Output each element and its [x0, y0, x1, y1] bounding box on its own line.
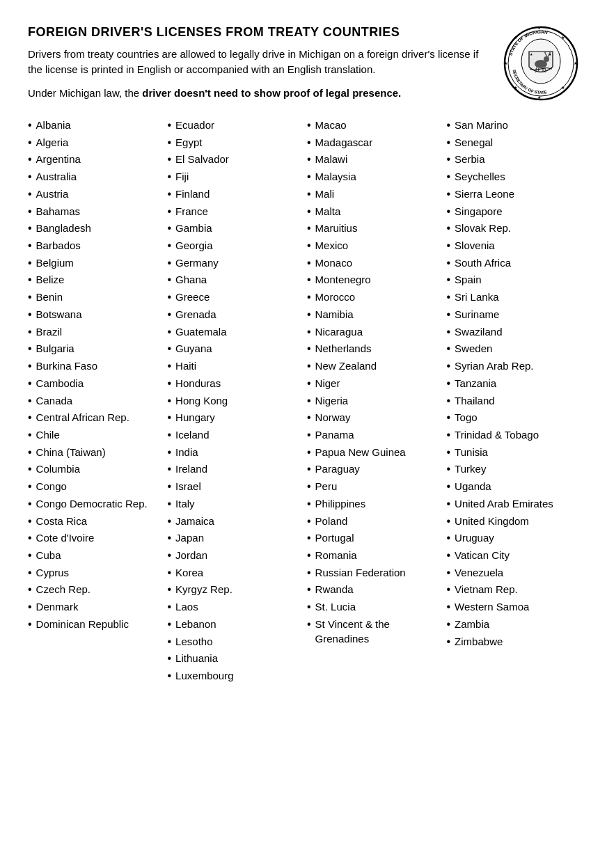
- bullet-icon: •: [307, 393, 311, 409]
- list-item: •Nicaragua: [307, 324, 440, 341]
- country-name: Rwanda: [315, 582, 354, 597]
- header-section: FOREIGN DRIVER'S LICENSES FROM TREATY CO…: [28, 25, 579, 102]
- list-item: •Germany: [168, 255, 301, 272]
- list-item: •Namibia: [307, 306, 440, 324]
- list-item: •Zimbabwe: [447, 633, 580, 651]
- list-item: •Belgium: [28, 255, 161, 272]
- list-item: •Uruguay: [447, 530, 580, 547]
- list-item: •South Africa: [447, 255, 580, 272]
- country-name: Cote d'Ivoire: [36, 530, 95, 545]
- country-name: South Africa: [455, 255, 511, 270]
- list-item: •Vatican City: [447, 547, 580, 565]
- country-name: Egypt: [175, 135, 202, 150]
- country-name: Cyprus: [36, 565, 70, 580]
- country-name: Cuba: [36, 548, 61, 562]
- list-item: •Czech Rep.: [28, 581, 161, 599]
- list-item: •Panama: [307, 427, 440, 444]
- bullet-icon: •: [28, 204, 32, 220]
- list-item: •Nigeria: [307, 393, 440, 410]
- country-name: Fiji: [175, 169, 189, 184]
- list-item: •Sri Lanka: [447, 289, 580, 306]
- svg-line-22: [538, 68, 539, 72]
- country-name: Russian Federation: [315, 565, 406, 580]
- bullet-icon: •: [168, 187, 172, 203]
- country-name: Belize: [36, 272, 65, 287]
- bullet-icon: •: [307, 358, 311, 374]
- list-item: •Lithuania: [168, 650, 301, 668]
- country-name: Slovak Rep.: [455, 221, 511, 235]
- bullet-icon: •: [28, 496, 32, 512]
- country-name: Norway: [315, 410, 351, 425]
- country-name: Lithuania: [175, 651, 218, 665]
- list-item: •Honduras: [168, 375, 301, 393]
- bullet-icon: •: [447, 169, 451, 185]
- list-item: •Belize: [28, 271, 161, 289]
- list-item: •Malawi: [307, 151, 440, 168]
- bullet-icon: •: [168, 651, 172, 667]
- country-name: Sri Lanka: [455, 290, 498, 304]
- bullet-icon: •: [447, 187, 451, 203]
- country-name: Mali: [315, 187, 335, 201]
- country-column-col1: •Albania•Algeria•Argentina•Australia•Aus…: [28, 117, 161, 633]
- list-item: •Madagascar: [307, 134, 440, 152]
- list-item: •Sierra Leone: [447, 186, 580, 203]
- list-item: •St Vincent & the Grenadines: [307, 616, 440, 647]
- list-item: •Columbia: [28, 461, 161, 478]
- country-name: Belgium: [36, 255, 74, 270]
- bullet-icon: •: [28, 187, 32, 203]
- country-name: Jamaica: [175, 514, 214, 528]
- country-name: Jordan: [175, 548, 207, 562]
- list-item: •New Zealand: [307, 358, 440, 375]
- bullet-icon: •: [28, 479, 32, 495]
- list-item: •Israel: [168, 478, 301, 496]
- list-item: •Iceland: [168, 427, 301, 444]
- list-item: •Georgia: [168, 237, 301, 255]
- country-name: Kyrgyz Rep.: [175, 582, 232, 597]
- bullet-icon: •: [28, 341, 32, 357]
- country-name: Japan: [175, 530, 204, 545]
- list-item: •India: [168, 444, 301, 461]
- country-name: India: [175, 445, 198, 459]
- bullet-icon: •: [447, 307, 451, 323]
- svg-text:★: ★: [537, 95, 541, 100]
- country-name: Canada: [36, 393, 73, 408]
- country-name: Cambodia: [36, 376, 84, 390]
- country-name: Grenada: [175, 307, 216, 322]
- list-item: •Cote d'Ivoire: [28, 530, 161, 547]
- country-name: Germany: [175, 255, 219, 270]
- country-name: Hong Kong: [175, 393, 228, 408]
- country-name: Hungary: [175, 410, 215, 425]
- country-name: Uruguay: [455, 530, 494, 545]
- list-item: •Togo: [447, 409, 580, 427]
- country-name: Botswana: [36, 307, 82, 322]
- country-name: Iceland: [175, 427, 209, 442]
- list-item: •Thailand: [447, 393, 580, 410]
- bullet-icon: •: [28, 514, 32, 530]
- list-item: •Sweden: [447, 340, 580, 358]
- list-item: •Singapore: [447, 203, 580, 221]
- country-name: Finland: [175, 187, 210, 201]
- bullet-icon: •: [168, 530, 172, 546]
- list-item: •Australia: [28, 168, 161, 186]
- countries-grid: •Albania•Algeria•Argentina•Australia•Aus…: [28, 117, 579, 685]
- list-item: •Jordan: [168, 547, 301, 565]
- country-name: Spain: [455, 272, 481, 287]
- country-name: Thailand: [455, 393, 495, 408]
- country-name: Madagascar: [315, 135, 373, 150]
- bullet-icon: •: [307, 479, 311, 495]
- bullet-icon: •: [307, 221, 311, 237]
- country-name: Serbia: [455, 152, 484, 166]
- list-item: •Seychelles: [447, 168, 580, 186]
- countries-section: •Albania•Algeria•Argentina•Australia•Aus…: [28, 117, 579, 685]
- list-item: •Papua New Guinea: [307, 444, 440, 461]
- country-name: El Salvador: [175, 152, 229, 166]
- bullet-icon: •: [168, 272, 172, 288]
- list-item: •Portugal: [307, 530, 440, 547]
- country-name: Argentina: [36, 152, 81, 166]
- bullet-icon: •: [447, 118, 451, 134]
- country-name: Western Samoa: [455, 599, 529, 614]
- country-name: Portugal: [315, 530, 354, 545]
- bullet-icon: •: [168, 238, 172, 254]
- list-item: •Venezuela: [447, 565, 580, 582]
- list-item: •Brazil: [28, 324, 161, 341]
